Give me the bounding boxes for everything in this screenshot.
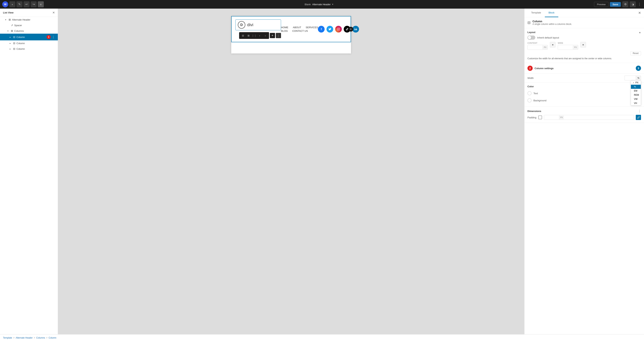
sidebar-title: List View bbox=[3, 11, 14, 14]
edit-button[interactable]: ✎ bbox=[16, 1, 22, 7]
logo-text: divi bbox=[247, 22, 253, 27]
top-bar: W + ✎ ↩ ↪ ≡ Blank Alternate Header ▾ Pre… bbox=[0, 0, 322, 8]
alternate-header-label: Alternate Header bbox=[12, 18, 55, 21]
column-3-label: Column bbox=[16, 47, 55, 50]
nav-row-2: BLOG CONTACT US bbox=[281, 29, 318, 32]
list-view-button[interactable]: ≡ bbox=[38, 1, 44, 7]
nav-area: HOME ABOUT SERVICES BLOG CONTACT US bbox=[281, 26, 318, 32]
tree-item-columns[interactable]: ▾ ⊞ Columns bbox=[0, 28, 58, 34]
column-toolbar: ⊟ ⊞ ⋮⋮ ‹ › bbox=[239, 32, 269, 39]
nav-services[interactable]: SERVICES bbox=[306, 26, 318, 29]
badge-1: 1 bbox=[46, 35, 51, 39]
next-icon[interactable]: › bbox=[263, 33, 268, 38]
layout-split-icon[interactable]: ⊞ bbox=[246, 33, 251, 38]
column-icon: ⊟ bbox=[13, 42, 15, 45]
redo-button[interactable]: ↪ bbox=[31, 1, 37, 7]
sidebar-header: List View ✕ bbox=[0, 8, 58, 17]
column-icon: ⊟ bbox=[13, 47, 15, 50]
tree-arrow-icon: ▸ bbox=[10, 36, 12, 38]
nav-home[interactable]: HOME bbox=[281, 26, 288, 29]
tree-item-alternate-header[interactable]: ▾ ⊞ Alternate Header bbox=[0, 17, 58, 22]
tree-item-column-3[interactable]: ▸ ⊟ Column bbox=[0, 46, 58, 52]
nav-about[interactable]: ABOUT bbox=[293, 26, 301, 29]
spacer-label: Spacer bbox=[14, 24, 55, 27]
tree-item-spacer[interactable]: ↗ Spacer bbox=[0, 22, 58, 28]
tree-item-column-2[interactable]: ▸ ⊟ Column bbox=[0, 40, 58, 46]
logo-area[interactable]: D divi + bbox=[235, 19, 281, 30]
column-1-label: Column bbox=[16, 36, 46, 38]
tree-arrow-icon: ▾ bbox=[5, 19, 8, 21]
drag-icon[interactable]: ⋮⋮ bbox=[252, 33, 257, 38]
layout-icon[interactable]: ⊟ bbox=[240, 33, 246, 38]
tree-arrow-icon: ▸ bbox=[10, 48, 12, 50]
header-block: D divi + ⊟ ⊞ ⋮⋮ ‹ › + ⋮ bbox=[231, 16, 322, 42]
header-title: Alternate Header bbox=[312, 3, 322, 6]
nav-blog[interactable]: BLOG bbox=[281, 29, 288, 32]
column-2-label: Column bbox=[16, 42, 55, 45]
tree-arrow-icon: ▸ bbox=[10, 42, 12, 44]
social-area: f bbox=[318, 26, 322, 32]
blank-label: Blank bbox=[304, 3, 311, 6]
prev-icon[interactable]: ‹ bbox=[257, 33, 262, 38]
tree-arrow-icon: ▾ bbox=[8, 30, 10, 32]
wp-logo[interactable]: W bbox=[2, 1, 8, 7]
columns-icon: ⊞ bbox=[8, 18, 11, 21]
add-column-button[interactable]: + bbox=[270, 33, 275, 38]
sidebar: List View ✕ ▾ ⊞ Alternate Header ↗ Space… bbox=[0, 8, 58, 170]
spacer-icon: ↗ bbox=[11, 24, 13, 27]
column-icon: ⊟ bbox=[13, 35, 15, 38]
logo-circle: D bbox=[238, 21, 245, 28]
columns-label: Columns bbox=[14, 29, 55, 32]
top-bar-left: W + ✎ ↩ ↪ ≡ bbox=[2, 1, 44, 7]
editor-frame: D divi + ⊟ ⊞ ⋮⋮ ‹ › + ⋮ bbox=[231, 16, 322, 53]
tree-item-column-1[interactable]: ▸ ⊟ Column 1 ⋮ bbox=[0, 34, 58, 40]
undo-button[interactable]: ↩ bbox=[24, 1, 30, 7]
facebook-icon[interactable]: f bbox=[318, 26, 322, 32]
nav-contact[interactable]: CONTACT US bbox=[292, 29, 308, 32]
column-more-icon[interactable]: ⋮ bbox=[276, 33, 281, 38]
top-bar-center: Blank Alternate Header ▾ bbox=[304, 3, 322, 6]
canvas: D divi + ⊟ ⊞ ⋮⋮ ‹ › + ⋮ bbox=[58, 8, 322, 170]
add-button[interactable]: + bbox=[9, 1, 15, 7]
nav-row-1: HOME ABOUT SERVICES bbox=[281, 26, 318, 29]
column-menu-icon[interactable]: ⋮ bbox=[52, 35, 55, 39]
columns-icon: ⊞ bbox=[11, 29, 13, 32]
sidebar-close-button[interactable]: ✕ bbox=[52, 11, 55, 14]
